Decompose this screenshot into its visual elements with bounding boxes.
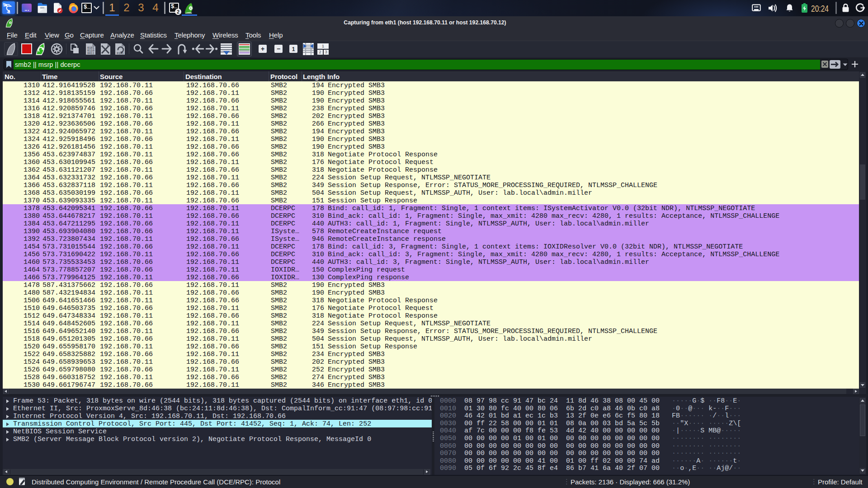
svg-text:0011: 0011 — [87, 52, 94, 55]
svg-text:0101: 0101 — [117, 52, 124, 55]
